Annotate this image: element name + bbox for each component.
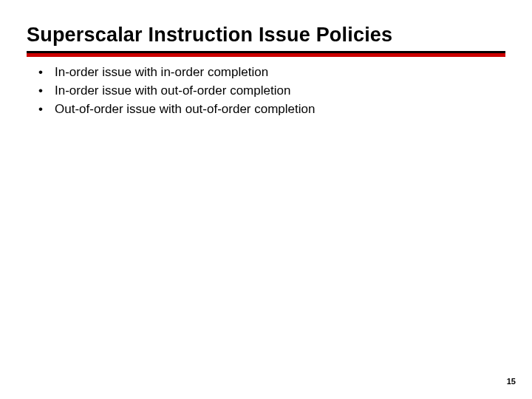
divider-red (27, 53, 505, 57)
bullet-list: In-order issue with in-order completion … (27, 64, 505, 118)
slide-title: Superscalar Instruction Issue Policies (27, 24, 505, 51)
list-item: Out-of-order issue with out-of-order com… (38, 101, 505, 118)
list-item: In-order issue with out-of-order complet… (38, 83, 505, 100)
slide: Superscalar Instruction Issue Policies I… (0, 0, 532, 399)
page-number: 15 (507, 377, 516, 386)
list-item: In-order issue with in-order completion (38, 64, 505, 81)
